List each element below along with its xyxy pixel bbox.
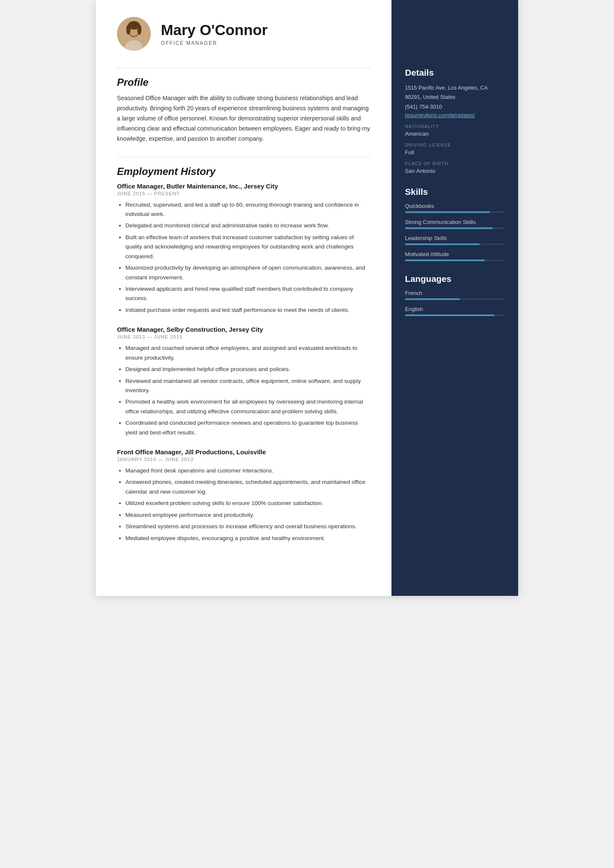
- job-2: Office Manager, Selby Construction, Jers…: [117, 326, 370, 437]
- job-2-title: Office Manager, Selby Construction, Jers…: [117, 326, 370, 333]
- skill-4-bar-bg: [405, 259, 505, 261]
- list-item: Measured employee performance and produc…: [125, 510, 370, 520]
- list-item: Reviewed and maintained all vendor contr…: [125, 377, 370, 396]
- list-item: Managed front desk operations and custom…: [125, 466, 370, 475]
- list-item: Maximized productivity by developing an …: [125, 263, 370, 282]
- list-item: Recruited, supervised, and led a staff u…: [125, 200, 370, 219]
- job-3-title: Front Office Manager, Jill Productions, …: [117, 448, 370, 456]
- lang-1: French: [405, 290, 505, 300]
- driving-label: DRIVING LICENSE: [405, 143, 505, 147]
- skill-3-bar-fill: [405, 243, 480, 245]
- skill-1-bar-bg: [405, 211, 505, 213]
- skills-section: Skills Quickbooks Strong Communication S…: [405, 187, 505, 261]
- employment-title: Employment History: [117, 166, 370, 177]
- svg-point-5: [126, 25, 130, 35]
- lang-1-bar-bg: [405, 298, 505, 300]
- skill-4-name: Motivated Attitude: [405, 251, 505, 257]
- list-item: Utilized excellent problem solving skill…: [125, 499, 370, 508]
- details-section: Details 1515 Pacific Ave, Los Angeles, C…: [405, 68, 505, 174]
- full-name: Mary O'Connor: [161, 22, 268, 38]
- phone: (541) 754-3010: [405, 103, 505, 111]
- skill-2: Strong Communication Skills: [405, 219, 505, 229]
- skill-1: Quickbooks: [405, 203, 505, 213]
- lang-2-bar-bg: [405, 314, 505, 316]
- languages-title: Languages: [405, 274, 505, 284]
- skill-4-bar-fill: [405, 259, 485, 261]
- birth-label: PLACE OF BIRTH: [405, 161, 505, 166]
- list-item: Mediated employee disputes, encouraging …: [125, 534, 370, 543]
- skill-1-bar-fill: [405, 211, 490, 213]
- list-item: Promoted a healthy work environment for …: [125, 397, 370, 416]
- list-item: Streamlined systems and processes to inc…: [125, 522, 370, 531]
- birth-value: San Antonio: [405, 168, 505, 174]
- job-2-dates: JUNE 2013 — JUNE 2015: [117, 334, 370, 339]
- header: Mary O'Connor OFFICE MANAGER: [117, 17, 370, 51]
- skill-2-bar-fill: [405, 227, 493, 229]
- address-line2: 90291, United States: [405, 93, 505, 101]
- skills-title: Skills: [405, 187, 505, 197]
- details-title: Details: [405, 68, 505, 78]
- list-item: Coordinated and conducted performance re…: [125, 418, 370, 437]
- skill-2-bar-bg: [405, 227, 505, 229]
- list-item: Initiated purchase order requests and le…: [125, 306, 370, 315]
- nationality-value: American: [405, 131, 505, 137]
- skill-3: Leadership Skills: [405, 235, 505, 245]
- divider-1: [117, 68, 370, 68]
- list-item: Delegated and monitored clerical and adm…: [125, 221, 370, 230]
- avatar: [117, 17, 151, 51]
- list-item: Built an effective team of workers that …: [125, 233, 370, 261]
- job-title: OFFICE MANAGER: [161, 40, 268, 46]
- job-3-bullets: Managed front desk operations and custom…: [117, 466, 370, 543]
- skill-2-name: Strong Communication Skills: [405, 219, 505, 225]
- left-column: Mary O'Connor OFFICE MANAGER Profile Sea…: [96, 0, 391, 596]
- skill-3-name: Leadership Skills: [405, 235, 505, 241]
- list-item: Answered phones, created meeting itinera…: [125, 478, 370, 497]
- address-line1: 1515 Pacific Ave, Los Angeles, CA: [405, 84, 505, 92]
- resume-wrapper: Mary O'Connor OFFICE MANAGER Profile Sea…: [96, 0, 518, 596]
- job-1: Office Manager, Butler Maintenance, Inc.…: [117, 183, 370, 315]
- lang-2: English: [405, 306, 505, 316]
- skill-3-bar-bg: [405, 243, 505, 245]
- job-3-dates: JANUARY 2010 — JUNE 2013: [117, 457, 370, 462]
- job-1-title: Office Manager, Butler Maintenance, Inc.…: [117, 183, 370, 190]
- skill-1-name: Quickbooks: [405, 203, 505, 209]
- languages-section: Languages French English: [405, 274, 505, 316]
- lang-2-bar-fill: [405, 314, 494, 316]
- driving-value: Full: [405, 149, 505, 156]
- list-item: Interviewed applicants and hired new qua…: [125, 284, 370, 303]
- lang-2-name: English: [405, 306, 505, 312]
- divider-2: [117, 157, 370, 157]
- list-item: Designed and implemented helpful office …: [125, 365, 370, 374]
- job-3: Front Office Manager, Jill Productions, …: [117, 448, 370, 543]
- website[interactable]: resumeviking.com/templates/: [405, 112, 505, 118]
- job-2-bullets: Managed and coached several office emplo…: [117, 344, 370, 437]
- right-column: Details 1515 Pacific Ave, Los Angeles, C…: [391, 0, 518, 596]
- job-1-bullets: Recruited, supervised, and led a staff u…: [117, 200, 370, 315]
- profile-text: Seasoned Office Manager with the ability…: [117, 93, 370, 144]
- lang-1-bar-fill: [405, 298, 460, 300]
- profile-section: Profile Seasoned Office Manager with the…: [117, 76, 370, 144]
- profile-title: Profile: [117, 76, 370, 88]
- nationality-label: NATIONALITY: [405, 124, 505, 129]
- list-item: Managed and coached several office emplo…: [125, 344, 370, 363]
- job-1-dates: JUNE 2015 — PRESENT: [117, 191, 370, 196]
- skill-4: Motivated Attitude: [405, 251, 505, 261]
- employment-section: Employment History Office Manager, Butle…: [117, 166, 370, 543]
- lang-1-name: French: [405, 290, 505, 296]
- svg-point-6: [137, 25, 141, 35]
- header-text: Mary O'Connor OFFICE MANAGER: [161, 22, 268, 46]
